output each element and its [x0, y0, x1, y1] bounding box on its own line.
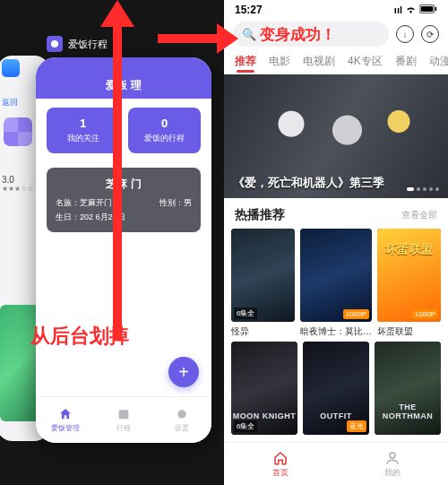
tab-schedule[interactable]: 行程 — [94, 397, 152, 443]
status-indicators: ııl — [394, 4, 437, 15]
stat-label: 爱饭的行程 — [132, 133, 197, 144]
video-card[interactable]: 1080P 暗夜博士：莫比… — [300, 229, 372, 338]
hero-caption: 《爱，死亡和机器人》第三季 — [233, 175, 384, 191]
poster-text: OUTFIT — [303, 411, 369, 420]
svg-rect-3 — [421, 6, 434, 12]
status-bar: 15:27 ııl — [224, 0, 448, 16]
home-icon — [272, 450, 289, 466]
status-time: 15:27 — [235, 4, 263, 16]
svg-rect-4 — [435, 7, 437, 12]
tab-manage[interactable]: 爱饭管理 — [36, 397, 94, 443]
section-title: 热播推荐 — [235, 207, 285, 223]
search-input[interactable]: 🔍 变身成功！ — [233, 22, 389, 47]
stat-schedule[interactable]: 0 爱饭的行程 — [128, 108, 201, 153]
home-icon — [58, 407, 73, 421]
tab-tv[interactable]: 电视剧 — [303, 54, 335, 69]
see-all-link[interactable]: 查看全部 — [401, 209, 437, 221]
svg-point-1 — [178, 410, 186, 418]
annotation-swipe: 从后台划掉 — [30, 323, 129, 350]
video-card[interactable]: OUTFIT蓝光 — [303, 342, 369, 435]
quality-badge: 1080P — [412, 309, 438, 319]
carousel-dots — [407, 187, 439, 191]
stat-value: 0 — [132, 117, 197, 130]
download-button[interactable]: ↓ — [396, 25, 414, 43]
svg-point-5 — [390, 453, 395, 458]
video-card[interactable]: THE NORTHMAN — [375, 342, 441, 435]
user-icon — [384, 450, 401, 466]
video-card[interactable]: 坏蛋联盟1080P 坏蛋联盟 — [377, 229, 441, 338]
video-card[interactable]: MOON KNIGHT6集全 — [231, 342, 297, 435]
safari-icon — [2, 59, 20, 77]
bottom-tab-bar: 爱饭管理 行程 设置 — [36, 396, 211, 443]
annotation-success: 变身成功！ — [260, 24, 336, 45]
video-app-screen: 15:27 ııl 🔍 变身成功！ ↓ ⟳ 推荐 电影 电视剧 4K专区 番剧 … — [224, 0, 448, 485]
calendar-icon — [116, 407, 131, 421]
profile-field: 生日：202 6月20日 — [56, 212, 125, 223]
hero-banner[interactable]: 《爱，死亡和机器人》第三季 — [224, 74, 448, 198]
stat-value: 1 — [50, 117, 116, 130]
poster-text: MOON KNIGHT — [231, 411, 297, 420]
tab-drama[interactable]: 番剧 — [395, 54, 417, 69]
profile-title: 芝麻 门 — [56, 177, 192, 192]
profile-field: 名族：芝麻开门 — [56, 197, 112, 209]
app-chip: 爱饭行程 — [47, 36, 215, 52]
video-title: 坏蛋联盟 — [377, 325, 441, 338]
nav-label: 首页 — [272, 467, 289, 479]
poster-text: 坏蛋联盟 — [377, 241, 441, 257]
tab-anime[interactable]: 动漫 — [429, 54, 448, 69]
gear-icon — [175, 407, 189, 421]
tab-label: 行程 — [116, 423, 131, 433]
app-switcher: 返回 3.0 ★★★☆☆ 爱饭行程 爱饭 理 1 我的关注 0 — [0, 0, 224, 485]
quality-badge: 1080P — [343, 309, 369, 319]
stat-label: 我的关注 — [50, 133, 116, 144]
video-title: 怪异 — [231, 325, 295, 338]
tab-recommend[interactable]: 推荐 — [235, 54, 256, 69]
tab-4k[interactable]: 4K专区 — [348, 54, 383, 69]
profile-field: 性别：男 — [159, 197, 192, 209]
category-tabs: 推荐 电影 电视剧 4K专区 番剧 动漫 — [224, 52, 448, 74]
tab-label: 设置 — [175, 423, 189, 433]
nav-mine[interactable]: 我的 — [336, 443, 448, 485]
svg-rect-0 — [119, 410, 129, 419]
add-button[interactable]: + — [168, 357, 199, 387]
wifi-icon — [405, 4, 417, 15]
profile-info-card: 芝麻 门 名族：芝麻开门性别：男 生日：202 6月20日 — [47, 168, 201, 232]
clock-icon — [4, 117, 32, 146]
poster-text: THE NORTHMAN — [375, 403, 441, 420]
app-name: 爱饭行程 — [68, 38, 108, 51]
nav-label: 我的 — [384, 467, 401, 479]
nav-home[interactable]: 首页 — [224, 443, 336, 485]
search-icon: 🔍 — [242, 28, 256, 41]
video-card[interactable]: 6集全 怪异 — [231, 229, 295, 338]
app-header-title: 爱饭 理 — [36, 57, 211, 99]
signal-icon: ııl — [394, 4, 402, 15]
battery-icon — [419, 4, 437, 15]
episode-badge: 6集全 — [234, 307, 257, 319]
foreground-app-card[interactable]: 爱饭 理 1 我的关注 0 爱饭的行程 芝麻 门 名族：芝麻开门性别：男 生日：… — [36, 57, 211, 443]
app-icon — [47, 36, 63, 52]
quality-badge: 蓝光 — [347, 420, 366, 432]
episode-badge: 6集全 — [234, 420, 257, 432]
tab-settings[interactable]: 设置 — [153, 397, 211, 443]
tab-movie[interactable]: 电影 — [269, 54, 290, 69]
video-title: 暗夜博士：莫比… — [300, 325, 372, 338]
bottom-nav: 首页 我的 — [224, 442, 448, 485]
stat-following[interactable]: 1 我的关注 — [47, 108, 119, 153]
tab-label: 爱饭管理 — [51, 423, 80, 433]
history-button[interactable]: ⟳ — [421, 25, 439, 43]
